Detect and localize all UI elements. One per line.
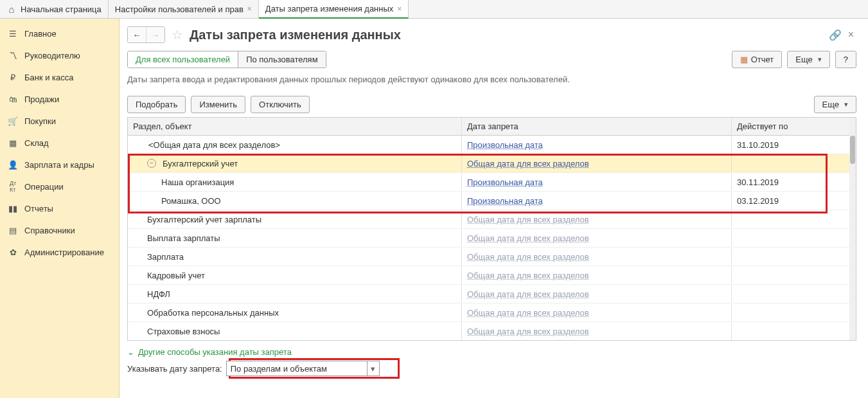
person-icon: 👤 [8,159,18,170]
valid-until [732,253,856,260]
date-link[interactable]: Общая дата для всех разделов [467,233,589,243]
valid-until [732,159,856,167]
forward-button[interactable]: → [146,27,164,42]
row-name: Наша организация [161,177,234,187]
date-mode-select[interactable]: По разделам и объектам ▾ [226,361,380,376]
pick-button[interactable]: Подобрать [127,96,186,113]
valid-until [732,309,856,316]
row-name: <Общая дата для всех разделов> [148,140,280,150]
close-icon[interactable]: × [247,5,252,14]
star-icon[interactable]: ☆ [170,28,184,42]
date-link[interactable]: Общая дата для всех разделов [467,327,589,336]
table-row[interactable]: НДФЛОбщая дата для всех разделов [128,285,856,303]
valid-until: 30.11.2019 [732,174,856,191]
date-link[interactable]: Произвольная дата [467,196,543,206]
description-text: Даты запрета ввода и редактирования данн… [120,72,868,91]
table-row[interactable]: Выплата зарплатыОбщая дата для всех разд… [128,229,856,248]
top-tabs: Начальная страница Настройки пользовател… [0,0,868,19]
gear-icon: ✿ [8,247,18,257]
sidebar-item-sales[interactable]: 🛍Продажи [0,88,119,110]
sidebar-item-admin[interactable]: ✿Администрирование [0,241,119,263]
scrollbar-thumb[interactable] [850,136,855,164]
warehouse-icon: ▦ [8,138,18,148]
date-link[interactable]: Общая дата для всех разделов [467,289,589,299]
tab-dates[interactable]: Даты запрета изменения данных × [259,0,409,19]
table-row[interactable]: <Общая дата для всех разделов>Произвольн… [128,136,856,154]
table-row[interactable]: Кадровый учетОбщая дата для всех раздело… [128,266,856,285]
valid-until [732,215,856,223]
date-link[interactable]: Общая дата для всех разделов [467,215,589,224]
table-row[interactable]: Бухгалтерский учет зарплатыОбщая дата дл… [128,210,856,229]
expander-other-ways[interactable]: ⌄ Другие способы указания даты запрета [127,347,856,357]
sidebar-item-bank[interactable]: ₽Банк и касса [0,66,119,88]
date-link[interactable]: Общая дата для всех разделов [467,252,589,262]
close-icon[interactable]: × [846,29,856,41]
collapse-icon[interactable]: − [147,159,156,168]
sidebar-item-reports[interactable]: ▮▮Отчеты [0,197,119,219]
row-name: Страховые взносы [147,327,220,336]
date-link[interactable]: Произвольная дата [467,140,543,150]
tab-settings[interactable]: Настройки пользователей и прав × [109,0,259,18]
valid-until [732,234,856,242]
bag-icon: 🛍 [8,94,18,104]
valid-until [732,290,856,298]
table-row[interactable]: ЗарплатаОбщая дата для всех разделов [128,248,856,266]
nav-buttons: ← → [127,26,165,43]
row-name: НДФЛ [147,289,170,299]
disable-button[interactable]: Отключить [251,96,310,113]
tab-label: Настройки пользователей и прав [115,5,244,14]
edit-button[interactable]: Изменить [191,96,245,113]
page-title: Даты запрета изменения данных [190,28,401,42]
cart-icon: 🛒 [8,116,18,126]
sidebar-item-main[interactable]: ☰Главное [0,23,119,44]
chart-icon: 〽 [8,50,18,60]
help-button[interactable]: ? [835,51,856,68]
table-row[interactable]: Страховые взносыОбщая дата для всех разд… [128,322,856,340]
table-row[interactable]: Обработка персональных данныхОбщая дата … [128,303,856,322]
report-button[interactable]: ▦Отчет [732,51,783,68]
filter-by-user[interactable]: По пользователям [238,51,325,68]
dtkt-icon: ДтКт [8,181,18,192]
row-name: Бухгалтерский учет зарплаты [147,215,261,224]
table-row[interactable]: Ромашка, ОООПроизвольная дата03.12.2019 [128,192,856,210]
header-date[interactable]: Дата запрета [462,118,732,135]
bars-icon: ▮▮ [8,203,18,213]
valid-until: 03.12.2019 [732,192,856,210]
header-section[interactable]: Раздел, объект [128,118,462,135]
row-name: Кадровый учет [147,271,205,280]
tab-label: Даты запрета изменения данных [265,4,393,14]
tab-home[interactable]: Начальная страница [0,0,109,18]
chevron-down-icon: ⌄ [127,347,134,357]
report-icon: ▦ [740,55,748,64]
sidebar-item-manager[interactable]: 〽Руководителю [0,44,119,66]
valid-until [732,271,856,279]
sidebar-item-purchases[interactable]: 🛒Покупки [0,110,119,132]
sidebar-item-salary[interactable]: 👤Зарплата и кадры [0,154,119,176]
sidebar-item-catalogs[interactable]: ▤Справочники [0,219,119,241]
sidebar: ☰Главное 〽Руководителю ₽Банк и касса 🛍Пр… [0,19,120,398]
table-row[interactable]: Наша организацияПроизвольная дата30.11.2… [128,173,856,192]
header-until[interactable]: Действует по [732,118,856,135]
link-icon[interactable]: 🔗 [829,29,842,41]
close-icon[interactable]: × [397,5,402,14]
tab-label: Начальная страница [21,5,102,14]
table-row[interactable]: −Бухгалтерский учетОбщая дата для всех р… [128,154,856,173]
valid-until: 31.10.2019 [732,136,856,154]
sidebar-item-warehouse[interactable]: ▦Склад [0,132,119,154]
date-link[interactable]: Общая дата для всех разделов [467,308,589,318]
date-link[interactable]: Общая дата для всех разделов [467,159,589,168]
back-button[interactable]: ← [128,27,146,42]
sidebar-item-operations[interactable]: ДтКтОперации [0,176,119,197]
home-icon [6,4,17,14]
row-name: Обработка персональных данных [147,308,279,318]
filter-all-users[interactable]: Для всех пользователей [128,51,238,68]
date-link[interactable]: Произвольная дата [467,177,543,187]
date-link[interactable]: Общая дата для всех разделов [467,271,589,280]
more-button-2[interactable]: Еще [814,96,856,113]
chevron-down-icon[interactable]: ▾ [367,361,379,375]
scrollbar[interactable] [849,118,856,340]
row-name: Зарплата [147,252,184,262]
ruble-icon: ₽ [8,72,18,82]
more-button[interactable]: Еще [787,51,829,68]
table-body: <Общая дата для всех разделов>Произвольн… [128,136,856,340]
